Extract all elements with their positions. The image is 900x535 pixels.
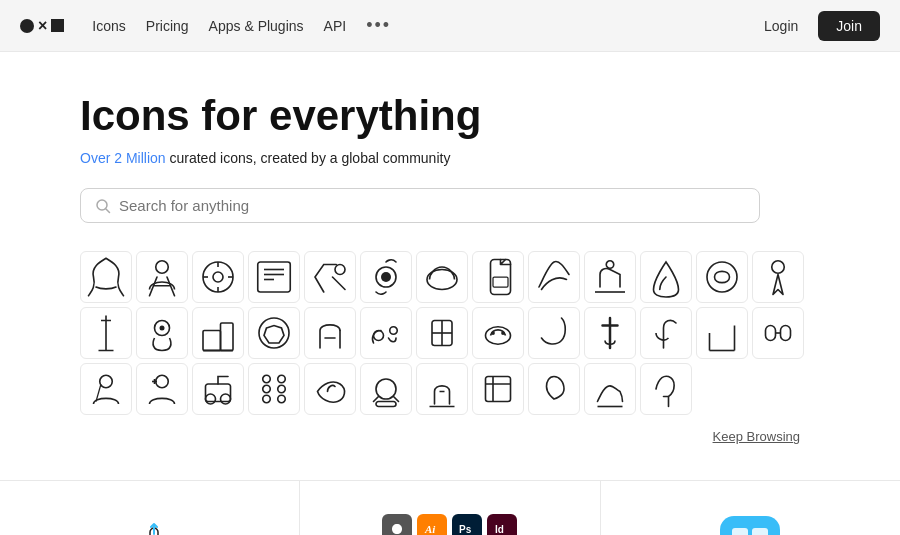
icon-cell[interactable] — [136, 307, 188, 359]
icon-cell[interactable] — [696, 251, 748, 303]
app-badge: Id — [487, 514, 517, 535]
svg-rect-44 — [206, 384, 231, 402]
svg-rect-36 — [766, 326, 776, 341]
search-input[interactable] — [119, 197, 745, 214]
icon-cell[interactable] — [248, 363, 300, 415]
icon-cell[interactable] — [528, 363, 580, 415]
card-million: ✦ ✦ Over 2 Million icons, — [0, 481, 300, 535]
app-icons-grid: AiPsIdPoWGD — [382, 514, 517, 535]
search-bar[interactable] — [80, 188, 760, 223]
icon-cell[interactable] — [248, 251, 300, 303]
svg-point-50 — [278, 396, 286, 404]
nav-right: Login Join — [754, 11, 880, 41]
svg-rect-37 — [781, 326, 791, 341]
navbar: × Icons Pricing Apps & Plugins API ••• L… — [0, 0, 900, 52]
icon-cell[interactable] — [640, 307, 692, 359]
svg-point-21 — [772, 261, 785, 274]
hero-subtitle-rest: curated icons, created by a global commu… — [169, 150, 450, 166]
svg-rect-18 — [493, 277, 508, 287]
icon-cell[interactable] — [80, 363, 132, 415]
icon-cell[interactable] — [528, 251, 580, 303]
icon-cell[interactable] — [416, 363, 468, 415]
app-badge: Ps — [452, 514, 482, 535]
svg-rect-25 — [203, 331, 221, 351]
hero-section: Icons for everything Over 2 Million cura… — [0, 52, 900, 480]
c-dot-2 — [752, 528, 768, 535]
search-icon — [95, 198, 111, 214]
app-badge: Ai — [417, 514, 447, 535]
keep-browsing-link[interactable]: Keep Browsing — [713, 429, 800, 444]
card-million-icon-area: ✦ ✦ — [106, 511, 194, 535]
card-customize: Customize any icon — [601, 481, 900, 535]
icon-cell[interactable] — [136, 251, 188, 303]
svg-point-46 — [263, 386, 271, 394]
hero-subtitle-link[interactable]: Over 2 Million — [80, 150, 166, 166]
icon-cell[interactable] — [416, 251, 468, 303]
cards-section: ✦ ✦ Over 2 Million icons, AiPsIdPoWGD Ge… — [0, 480, 900, 535]
icon-cell[interactable] — [136, 363, 188, 415]
logo-square — [51, 19, 64, 32]
icon-cell[interactable] — [304, 363, 356, 415]
svg-rect-53 — [486, 377, 511, 402]
icon-cell[interactable] — [584, 251, 636, 303]
icon-cell[interactable] — [360, 251, 412, 303]
icon-cell[interactable] — [640, 251, 692, 303]
icon-cell[interactable] — [472, 307, 524, 359]
app-badge — [382, 514, 412, 535]
nav-more-button[interactable]: ••• — [366, 15, 391, 36]
svg-point-4 — [213, 272, 223, 282]
icon-cell[interactable] — [584, 363, 636, 415]
svg-rect-9 — [258, 262, 291, 292]
svg-text:Id: Id — [495, 524, 504, 535]
icon-cell[interactable] — [192, 363, 244, 415]
nav-pricing[interactable]: Pricing — [146, 18, 189, 34]
icon-cell[interactable] — [752, 307, 804, 359]
icon-cell[interactable] — [416, 307, 468, 359]
icon-cell[interactable] — [248, 307, 300, 359]
svg-point-32 — [491, 331, 495, 335]
nav-links: Icons Pricing Apps & Plugins API ••• — [92, 15, 754, 36]
hand-upload-icon — [124, 518, 180, 535]
svg-point-42 — [206, 394, 216, 404]
icon-cell[interactable] — [584, 307, 636, 359]
svg-point-29 — [390, 327, 398, 335]
svg-rect-26 — [221, 323, 234, 351]
customize-app-icon — [720, 516, 780, 535]
icon-cell[interactable] — [696, 307, 748, 359]
icon-cell[interactable] — [472, 363, 524, 415]
icon-cell[interactable] — [80, 307, 132, 359]
card-customize-icon-area — [720, 511, 780, 535]
svg-point-20 — [707, 262, 737, 292]
nav-api[interactable]: API — [324, 18, 347, 34]
svg-point-48 — [278, 376, 286, 384]
nav-icons[interactable]: Icons — [92, 18, 125, 34]
svg-point-49 — [278, 386, 286, 394]
keep-browsing-row: Keep Browsing — [80, 425, 800, 460]
icon-cell[interactable] — [80, 251, 132, 303]
c-dot-1 — [732, 528, 748, 535]
icon-cell[interactable] — [528, 307, 580, 359]
join-button[interactable]: Join — [818, 11, 880, 41]
card-apps-icon-area: AiPsIdPoWGD — [382, 511, 517, 535]
svg-line-1 — [106, 209, 110, 213]
icon-cell[interactable] — [304, 251, 356, 303]
logo-circle — [20, 19, 34, 33]
icon-cell[interactable] — [640, 363, 692, 415]
icon-cell[interactable] — [304, 307, 356, 359]
icon-cell[interactable] — [360, 363, 412, 415]
login-button[interactable]: Login — [754, 12, 808, 40]
icon-cell[interactable] — [192, 251, 244, 303]
icon-cell[interactable] — [752, 251, 804, 303]
icon-cell[interactable] — [472, 251, 524, 303]
hero-subtitle: Over 2 Million curated icons, created by… — [80, 150, 820, 166]
svg-point-43 — [221, 394, 231, 404]
customize-inner-grid — [732, 528, 768, 535]
icon-cell[interactable] — [360, 307, 412, 359]
logo[interactable]: × — [20, 18, 64, 34]
svg-point-33 — [501, 331, 505, 335]
nav-apps-plugins[interactable]: Apps & Plugins — [209, 18, 304, 34]
icon-cell[interactable] — [192, 307, 244, 359]
svg-point-39 — [156, 376, 169, 389]
svg-point-2 — [156, 261, 169, 274]
hero-title: Icons for everything — [80, 92, 820, 140]
